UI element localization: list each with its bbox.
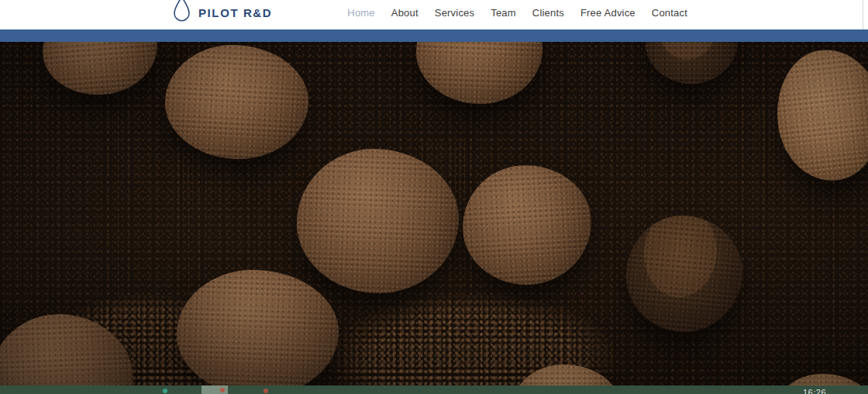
truffle <box>174 267 341 385</box>
brand-name: PILOT R&D <box>198 6 272 19</box>
main-nav: Home About Services Team Clients Free Ad… <box>347 7 687 19</box>
scrollbar[interactable] <box>863 0 863 29</box>
logo-dot-red <box>220 388 225 392</box>
truffle <box>460 162 594 288</box>
truffle <box>646 42 738 84</box>
truffle <box>40 42 160 98</box>
water-drop-icon <box>172 0 191 25</box>
truffle <box>162 42 311 163</box>
truffle <box>622 211 748 337</box>
brand-logo[interactable]: PILOT R&D <box>172 0 272 27</box>
nav-item-team[interactable]: Team <box>491 7 516 19</box>
hero-image <box>0 42 868 385</box>
logo-dot-teal <box>163 389 167 393</box>
timestamp-label: 16:26 <box>803 388 826 394</box>
nav-item-contact[interactable]: Contact <box>652 7 687 19</box>
nav-item-free-advice[interactable]: Free Advice <box>580 7 636 19</box>
nav-item-about[interactable]: About <box>391 7 418 19</box>
header-inner: PILOT R&D Home About Services Team Clien… <box>172 0 687 29</box>
cocoa-dust-streak <box>172 150 230 251</box>
nav-item-services[interactable]: Services <box>435 7 474 19</box>
truffle <box>415 42 545 106</box>
bottom-section-strip: 16:26 <box>0 385 868 394</box>
nav-item-clients[interactable]: Clients <box>532 7 564 19</box>
logo-dot-red <box>264 389 268 393</box>
site-header: PILOT R&D Home About Services Team Clien… <box>0 0 868 29</box>
accent-bar <box>0 29 868 42</box>
nav-item-home[interactable]: Home <box>347 7 374 19</box>
truffle <box>775 374 868 385</box>
